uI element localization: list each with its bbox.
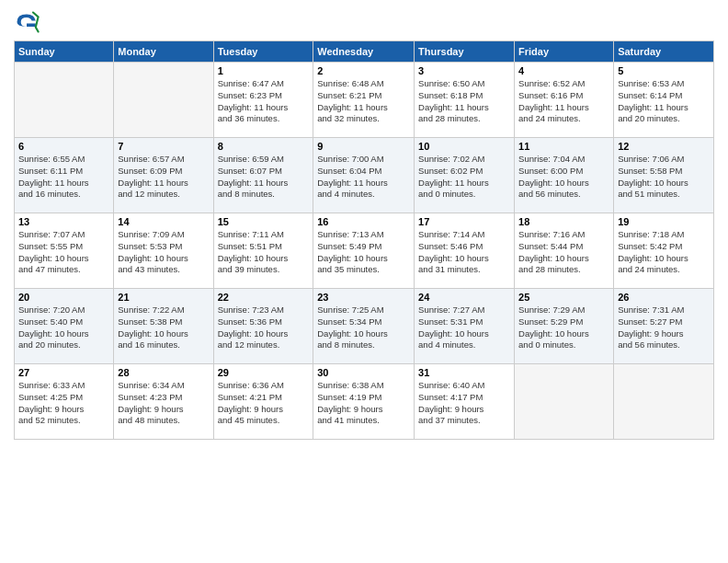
calendar-cell bbox=[614, 364, 714, 440]
day-number: 2 bbox=[317, 65, 410, 76]
day-info: Sunrise: 7:07 AM Sunset: 5:55 PM Dayligh… bbox=[18, 229, 109, 276]
day-number: 4 bbox=[518, 65, 609, 76]
calendar-cell: 30Sunrise: 6:38 AM Sunset: 4:19 PM Dayli… bbox=[313, 364, 415, 440]
calendar-cell: 28Sunrise: 6:34 AM Sunset: 4:23 PM Dayli… bbox=[114, 364, 213, 440]
weekday-header-row: SundayMondayTuesdayWednesdayThursdayFrid… bbox=[15, 41, 714, 63]
day-info: Sunrise: 7:13 AM Sunset: 5:49 PM Dayligh… bbox=[317, 229, 410, 276]
calendar-cell: 11Sunrise: 7:04 AM Sunset: 6:00 PM Dayli… bbox=[515, 138, 614, 213]
calendar-cell bbox=[114, 63, 213, 138]
day-number: 25 bbox=[518, 292, 609, 303]
day-number: 29 bbox=[218, 367, 310, 378]
day-info: Sunrise: 7:23 AM Sunset: 5:36 PM Dayligh… bbox=[218, 304, 310, 351]
day-info: Sunrise: 7:02 AM Sunset: 6:02 PM Dayligh… bbox=[418, 154, 510, 201]
day-number: 11 bbox=[518, 141, 609, 152]
calendar-cell: 22Sunrise: 7:23 AM Sunset: 5:36 PM Dayli… bbox=[213, 289, 313, 364]
calendar-cell: 19Sunrise: 7:18 AM Sunset: 5:42 PM Dayli… bbox=[614, 213, 714, 289]
day-number: 30 bbox=[317, 367, 410, 378]
day-number: 24 bbox=[418, 292, 510, 303]
day-info: Sunrise: 7:22 AM Sunset: 5:38 PM Dayligh… bbox=[118, 304, 209, 351]
day-info: Sunrise: 7:11 AM Sunset: 5:51 PM Dayligh… bbox=[218, 229, 310, 276]
day-info: Sunrise: 6:48 AM Sunset: 6:21 PM Dayligh… bbox=[317, 78, 410, 125]
day-info: Sunrise: 7:09 AM Sunset: 5:53 PM Dayligh… bbox=[118, 229, 209, 276]
calendar-cell: 17Sunrise: 7:14 AM Sunset: 5:46 PM Dayli… bbox=[415, 213, 515, 289]
day-info: Sunrise: 7:14 AM Sunset: 5:46 PM Dayligh… bbox=[418, 229, 510, 276]
calendar-cell: 5Sunrise: 6:53 AM Sunset: 6:14 PM Daylig… bbox=[614, 63, 714, 138]
calendar-cell: 12Sunrise: 7:06 AM Sunset: 5:58 PM Dayli… bbox=[614, 138, 714, 213]
weekday-header-saturday: Saturday bbox=[614, 41, 714, 63]
day-number: 17 bbox=[418, 216, 510, 227]
weekday-header-wednesday: Wednesday bbox=[313, 41, 415, 63]
week-row-2: 6Sunrise: 6:55 AM Sunset: 6:11 PM Daylig… bbox=[15, 138, 714, 213]
calendar-cell: 31Sunrise: 6:40 AM Sunset: 4:17 PM Dayli… bbox=[415, 364, 515, 440]
day-number: 27 bbox=[18, 367, 109, 378]
day-number: 21 bbox=[118, 292, 209, 303]
weekday-header-sunday: Sunday bbox=[15, 41, 114, 63]
logo-icon bbox=[14, 9, 40, 35]
calendar-cell: 15Sunrise: 7:11 AM Sunset: 5:51 PM Dayli… bbox=[213, 213, 313, 289]
weekday-header-monday: Monday bbox=[114, 41, 213, 63]
day-info: Sunrise: 6:47 AM Sunset: 6:23 PM Dayligh… bbox=[218, 78, 310, 125]
day-info: Sunrise: 7:29 AM Sunset: 5:29 PM Dayligh… bbox=[518, 304, 609, 351]
day-number: 13 bbox=[18, 216, 109, 227]
week-row-1: 1Sunrise: 6:47 AM Sunset: 6:23 PM Daylig… bbox=[15, 63, 714, 138]
weekday-header-tuesday: Tuesday bbox=[213, 41, 313, 63]
day-info: Sunrise: 7:16 AM Sunset: 5:44 PM Dayligh… bbox=[518, 229, 609, 276]
calendar-cell: 20Sunrise: 7:20 AM Sunset: 5:40 PM Dayli… bbox=[15, 289, 114, 364]
calendar-cell: 9Sunrise: 7:00 AM Sunset: 6:04 PM Daylig… bbox=[313, 138, 415, 213]
day-number: 9 bbox=[317, 141, 410, 152]
day-info: Sunrise: 6:33 AM Sunset: 4:25 PM Dayligh… bbox=[18, 380, 109, 427]
calendar-cell: 14Sunrise: 7:09 AM Sunset: 5:53 PM Dayli… bbox=[114, 213, 213, 289]
day-number: 3 bbox=[418, 65, 510, 76]
day-number: 23 bbox=[317, 292, 410, 303]
day-number: 8 bbox=[218, 141, 310, 152]
day-info: Sunrise: 6:52 AM Sunset: 6:16 PM Dayligh… bbox=[518, 78, 609, 125]
calendar-cell bbox=[15, 63, 114, 138]
day-info: Sunrise: 7:20 AM Sunset: 5:40 PM Dayligh… bbox=[18, 304, 109, 351]
calendar-cell: 8Sunrise: 6:59 AM Sunset: 6:07 PM Daylig… bbox=[213, 138, 313, 213]
calendar-cell: 21Sunrise: 7:22 AM Sunset: 5:38 PM Dayli… bbox=[114, 289, 213, 364]
calendar-cell: 23Sunrise: 7:25 AM Sunset: 5:34 PM Dayli… bbox=[313, 289, 415, 364]
calendar-cell bbox=[515, 364, 614, 440]
calendar-cell: 6Sunrise: 6:55 AM Sunset: 6:11 PM Daylig… bbox=[15, 138, 114, 213]
calendar-cell: 29Sunrise: 6:36 AM Sunset: 4:21 PM Dayli… bbox=[213, 364, 313, 440]
day-info: Sunrise: 6:38 AM Sunset: 4:19 PM Dayligh… bbox=[317, 380, 410, 427]
calendar-cell: 16Sunrise: 7:13 AM Sunset: 5:49 PM Dayli… bbox=[313, 213, 415, 289]
day-info: Sunrise: 6:50 AM Sunset: 6:18 PM Dayligh… bbox=[418, 78, 510, 125]
calendar-cell: 13Sunrise: 7:07 AM Sunset: 5:55 PM Dayli… bbox=[15, 213, 114, 289]
calendar-cell: 2Sunrise: 6:48 AM Sunset: 6:21 PM Daylig… bbox=[313, 63, 415, 138]
day-number: 16 bbox=[317, 216, 410, 227]
day-number: 19 bbox=[618, 216, 710, 227]
day-number: 1 bbox=[218, 65, 310, 76]
day-number: 7 bbox=[118, 141, 209, 152]
day-number: 14 bbox=[118, 216, 209, 227]
calendar-cell: 18Sunrise: 7:16 AM Sunset: 5:44 PM Dayli… bbox=[515, 213, 614, 289]
week-row-3: 13Sunrise: 7:07 AM Sunset: 5:55 PM Dayli… bbox=[15, 213, 714, 289]
day-number: 12 bbox=[618, 141, 710, 152]
day-info: Sunrise: 7:25 AM Sunset: 5:34 PM Dayligh… bbox=[317, 304, 410, 351]
day-number: 28 bbox=[118, 367, 209, 378]
day-info: Sunrise: 7:18 AM Sunset: 5:42 PM Dayligh… bbox=[618, 229, 710, 276]
calendar-cell: 26Sunrise: 7:31 AM Sunset: 5:27 PM Dayli… bbox=[614, 289, 714, 364]
day-info: Sunrise: 6:53 AM Sunset: 6:14 PM Dayligh… bbox=[618, 78, 710, 125]
day-info: Sunrise: 6:34 AM Sunset: 4:23 PM Dayligh… bbox=[118, 380, 209, 427]
day-info: Sunrise: 7:04 AM Sunset: 6:00 PM Dayligh… bbox=[518, 154, 609, 201]
day-info: Sunrise: 7:00 AM Sunset: 6:04 PM Dayligh… bbox=[317, 154, 410, 201]
calendar-cell: 24Sunrise: 7:27 AM Sunset: 5:31 PM Dayli… bbox=[415, 289, 515, 364]
day-number: 26 bbox=[618, 292, 710, 303]
day-number: 20 bbox=[18, 292, 109, 303]
logo bbox=[14, 9, 43, 35]
day-number: 6 bbox=[18, 141, 109, 152]
weekday-header-thursday: Thursday bbox=[415, 41, 515, 63]
day-number: 15 bbox=[218, 216, 310, 227]
calendar-cell: 10Sunrise: 7:02 AM Sunset: 6:02 PM Dayli… bbox=[415, 138, 515, 213]
header bbox=[14, 9, 714, 35]
day-info: Sunrise: 6:36 AM Sunset: 4:21 PM Dayligh… bbox=[218, 380, 310, 427]
calendar-cell: 25Sunrise: 7:29 AM Sunset: 5:29 PM Dayli… bbox=[515, 289, 614, 364]
calendar-cell: 1Sunrise: 6:47 AM Sunset: 6:23 PM Daylig… bbox=[213, 63, 313, 138]
day-info: Sunrise: 7:27 AM Sunset: 5:31 PM Dayligh… bbox=[418, 304, 510, 351]
day-info: Sunrise: 6:59 AM Sunset: 6:07 PM Dayligh… bbox=[218, 154, 310, 201]
week-row-4: 20Sunrise: 7:20 AM Sunset: 5:40 PM Dayli… bbox=[15, 289, 714, 364]
day-number: 22 bbox=[218, 292, 310, 303]
day-number: 31 bbox=[418, 367, 510, 378]
day-info: Sunrise: 7:06 AM Sunset: 5:58 PM Dayligh… bbox=[618, 154, 710, 201]
